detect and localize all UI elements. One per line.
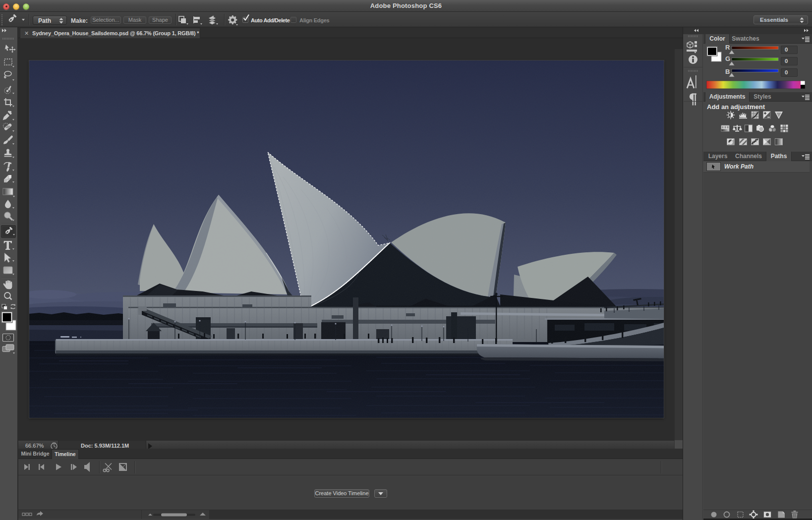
svg-text:B: B [725,68,730,75]
svg-text:R: R [725,44,730,51]
svg-text:G: G [725,55,730,62]
